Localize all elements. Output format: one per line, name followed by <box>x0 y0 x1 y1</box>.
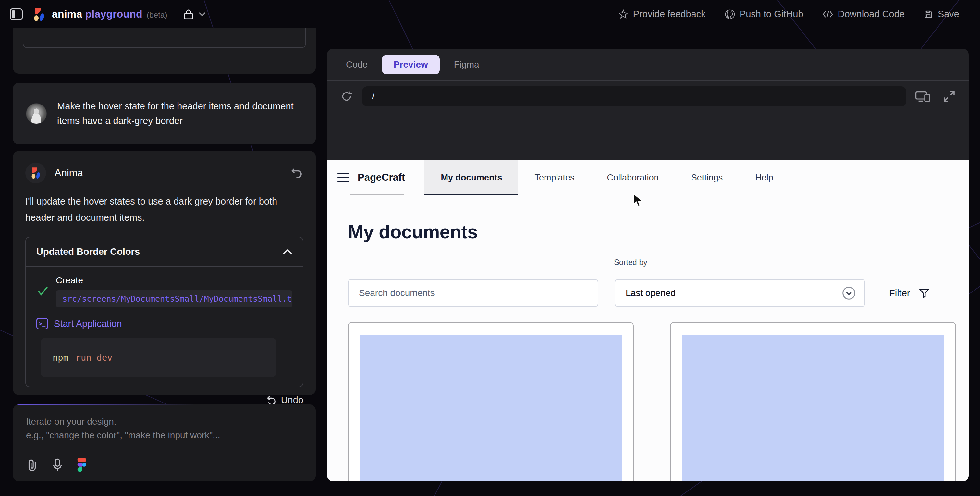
start-application-link[interactable]: >_ Start Application <box>37 318 293 330</box>
task-block: Updated Border Colors Create src/screens… <box>25 237 304 387</box>
site-nav-help[interactable]: Help <box>739 160 789 195</box>
collapse-button[interactable] <box>272 237 303 266</box>
composer-placeholder-line2: e.g., "change the color", "make the inpu… <box>26 429 303 442</box>
document-thumbnail <box>682 335 944 482</box>
undo-icon <box>266 394 277 405</box>
preview-mode-tabs: Code Preview Figma <box>327 49 969 80</box>
chat-composer[interactable]: Iterate on your design. e.g., "change th… <box>13 405 316 482</box>
preview-url-bar: / <box>327 80 969 112</box>
assistant-message-text: I'll update the hover states to use a da… <box>25 193 304 226</box>
star-icon <box>618 9 628 19</box>
previous-message-block <box>13 28 316 74</box>
devices-icon[interactable] <box>915 90 931 103</box>
document-card[interactable]: Document title Opened 11:05am <box>348 322 634 482</box>
provide-feedback-button[interactable]: Provide feedback <box>618 9 706 19</box>
user-message: Make the hover state for the header item… <box>13 83 316 144</box>
site-brand[interactable]: PageCraft <box>357 160 425 195</box>
document-card[interactable]: Document title Opened 09:45am <box>670 322 956 482</box>
user-message-text: Make the hover state for the header item… <box>57 99 303 128</box>
anima-brand: anima playground (beta) <box>31 6 167 22</box>
github-icon <box>725 9 735 19</box>
rendered-site: PageCraft My documents Templates Collabo… <box>327 160 969 482</box>
brand-name: anima playground (beta) <box>52 8 167 20</box>
code-icon <box>822 10 833 19</box>
brand-underline <box>350 194 404 195</box>
sort-select[interactable]: Last opened <box>615 279 865 307</box>
tab-figma[interactable]: Figma <box>454 59 479 70</box>
lock-icon <box>184 9 193 20</box>
attachment-icon[interactable] <box>26 458 38 472</box>
assistant-name: Anima <box>54 167 282 179</box>
menu-icon[interactable] <box>337 160 349 195</box>
created-file-path[interactable]: src/screens/MyDocumentsSmall/MyDocuments… <box>56 290 293 308</box>
search-input[interactable]: Search documents <box>348 279 598 307</box>
save-button[interactable]: Save <box>924 9 959 19</box>
tab-preview[interactable]: Preview <box>382 55 440 74</box>
filter-button[interactable]: Filter <box>889 279 930 307</box>
figma-icon[interactable] <box>76 458 88 473</box>
anima-logo-icon <box>31 6 47 22</box>
terminal-icon: >_ <box>37 318 48 330</box>
save-icon <box>924 10 933 19</box>
check-icon <box>37 284 49 297</box>
composer-placeholder-line1: Iterate on your design. <box>26 415 303 429</box>
assistant-message: Anima I'll update the hover states to us… <box>13 151 316 395</box>
fullscreen-icon[interactable] <box>943 90 956 103</box>
page-title: My documents <box>348 221 478 242</box>
share-permissions-control[interactable] <box>184 9 206 20</box>
preview-panel: Code Preview Figma / <box>327 49 969 482</box>
mouse-cursor <box>632 193 645 208</box>
filter-funnel-icon <box>918 287 930 299</box>
site-nav-settings[interactable]: Settings <box>675 160 739 195</box>
site-nav-templates[interactable]: Templates <box>518 160 590 195</box>
sidebar-toggle-icon[interactable] <box>10 8 23 20</box>
chevron-down-icon <box>199 12 206 16</box>
command-args: run dev <box>76 352 113 363</box>
site-nav-collaboration[interactable]: Collaboration <box>591 160 675 195</box>
url-input[interactable]: / <box>362 86 906 107</box>
undo-button[interactable]: Undo <box>25 394 304 405</box>
chevron-down-circle-icon <box>842 286 856 300</box>
user-avatar <box>26 103 47 124</box>
site-nav: PageCraft My documents Templates Collabo… <box>327 160 969 195</box>
anima-logo-icon <box>29 166 42 180</box>
assistant-avatar <box>25 163 46 183</box>
command-code-block: npm run dev <box>41 338 276 377</box>
download-code-button[interactable]: Download Code <box>822 9 905 19</box>
document-thumbnail <box>360 335 622 482</box>
refresh-icon[interactable] <box>340 90 353 103</box>
push-to-github-button[interactable]: Push to GitHub <box>725 9 803 19</box>
revert-icon[interactable] <box>290 167 304 179</box>
task-title: Updated Border Colors <box>26 237 272 266</box>
tab-code[interactable]: Code <box>346 59 368 70</box>
chevron-up-icon <box>282 249 293 255</box>
sort-select-value: Last opened <box>626 288 676 298</box>
site-nav-my-documents[interactable]: My documents <box>425 160 518 195</box>
start-application-label: Start Application <box>54 319 122 329</box>
create-step-label: Create <box>56 275 293 285</box>
microphone-icon[interactable] <box>52 458 63 472</box>
command-npm: npm <box>52 352 68 363</box>
sorted-by-label: Sorted by <box>614 258 648 267</box>
top-bar: anima playground (beta) My Documents: La… <box>0 0 980 28</box>
previous-task-block <box>23 28 306 48</box>
